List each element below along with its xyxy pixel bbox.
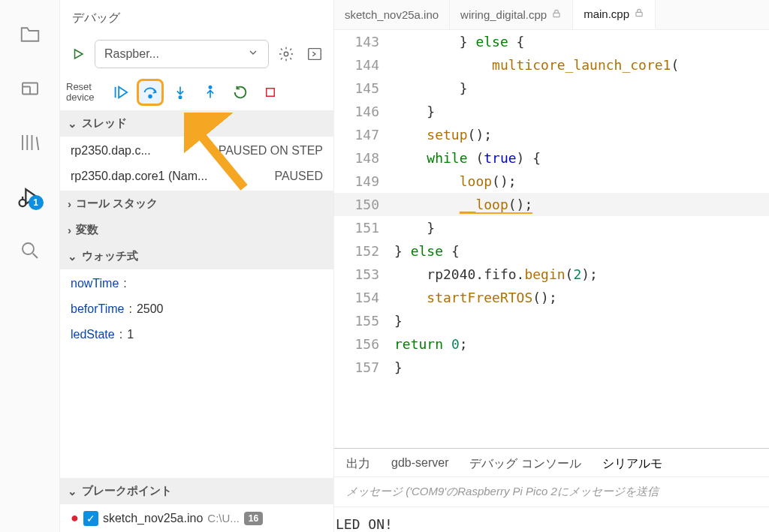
step-into-button[interactable]: [167, 79, 194, 106]
chevron-right-icon: ›: [68, 224, 71, 236]
debug-controls: Reset device: [60, 74, 333, 110]
debug-icon[interactable]: 1: [12, 179, 48, 215]
bottom-panel: 出力 gdb-server デバッグ コンソール シリアルモ メッセージ ('C…: [334, 448, 769, 532]
breakpoint-checkbox[interactable]: ✓: [83, 511, 98, 526]
debug-config-select[interactable]: Raspber...: [95, 40, 269, 68]
tab-serial-monitor[interactable]: シリアルモ: [602, 456, 662, 472]
bottom-panel-tabs: 出力 gdb-server デバッグ コンソール シリアルモ: [334, 449, 769, 476]
editor-tabs: sketch_nov25a.ino wiring_digital.cpp mai…: [334, 0, 769, 30]
debug-badge: 1: [29, 195, 44, 210]
serial-message-input[interactable]: メッセージ ('COM9'のRaspberry Pi Pico 2にメッセージを…: [334, 476, 769, 507]
svg-rect-8: [267, 89, 275, 97]
svg-rect-11: [636, 12, 642, 16]
svg-point-5: [149, 95, 152, 98]
watch-row[interactable]: ledState: 1: [60, 322, 333, 347]
chevron-down-icon: ⌄: [68, 485, 77, 498]
reset-device-label: Reset device: [66, 82, 104, 104]
watch-list: nowTime: beforTime: 2500 ledState: 1: [60, 269, 333, 349]
debug-toolbar: Raspber...: [60, 34, 333, 74]
threads-list: rp2350.dap.c... PAUSED ON STEP rp2350.da…: [60, 137, 333, 191]
svg-point-6: [179, 96, 181, 98]
callstack-section-header[interactable]: › コール スタック: [60, 191, 333, 217]
svg-rect-10: [553, 13, 559, 17]
thread-row[interactable]: rp2350.dap.c... PAUSED ON STEP: [60, 138, 333, 164]
threads-section-header[interactable]: ⌄ スレッド: [60, 110, 333, 137]
svg-point-7: [209, 86, 211, 89]
search-icon[interactable]: [12, 233, 48, 269]
tab-output[interactable]: 出力: [346, 456, 370, 472]
lock-icon: [634, 8, 644, 20]
chevron-down-icon: [247, 47, 259, 62]
continue-button[interactable]: [107, 79, 134, 106]
tab-debug-console[interactable]: デバッグ コンソール: [469, 456, 581, 472]
explorer-icon[interactable]: [12, 17, 48, 53]
step-out-button[interactable]: [197, 79, 224, 106]
watch-row[interactable]: nowTime:: [60, 271, 333, 296]
library-icon[interactable]: [12, 125, 48, 161]
stop-button[interactable]: [257, 79, 284, 106]
debug-console-toggle-icon[interactable]: [303, 43, 326, 65]
board-manager-icon[interactable]: [12, 71, 48, 107]
step-over-button[interactable]: [137, 79, 164, 106]
chevron-down-icon: ⌄: [68, 250, 77, 263]
breakpoint-dot-icon: ●: [71, 510, 79, 526]
serial-output: LED ON!: [334, 507, 769, 532]
tab-wiring-digital[interactable]: wiring_digital.cpp: [450, 0, 573, 29]
tab-main-cpp[interactable]: main.cpp: [573, 0, 656, 29]
watch-section-header[interactable]: ⌄ ウォッチ式: [60, 243, 333, 269]
chevron-down-icon: ⌄: [68, 117, 77, 131]
gear-icon[interactable]: [275, 43, 297, 65]
chevron-right-icon: ›: [68, 197, 71, 210]
variables-section-header[interactable]: › 変数: [60, 217, 333, 243]
start-debug-button[interactable]: [68, 44, 89, 65]
activity-bar: 1: [0, 0, 60, 532]
svg-point-3: [284, 52, 288, 56]
restart-button[interactable]: [227, 79, 254, 106]
tab-sketch[interactable]: sketch_nov25a.ino: [334, 0, 450, 29]
tab-gdb-server[interactable]: gdb-server: [391, 456, 448, 472]
breakpoint-row[interactable]: ● ✓ sketch_nov25a.ino C:\U... 16: [60, 504, 333, 532]
editor-area: sketch_nov25a.ino wiring_digital.cpp mai…: [334, 0, 769, 532]
breakpoints-section-header[interactable]: ⌄ ブレークポイント: [60, 478, 333, 504]
debug-config-label: Raspber...: [104, 47, 159, 61]
thread-row[interactable]: rp2350.dap.core1 (Nam... PAUSED: [60, 164, 333, 189]
breakpoint-line-badge: 16: [244, 512, 263, 525]
code-editor[interactable]: 143 } else { 144 multicore_launch_core1(…: [334, 30, 769, 448]
watch-row[interactable]: beforTime: 2500: [60, 296, 333, 322]
svg-point-2: [23, 243, 34, 254]
lock-icon: [551, 8, 562, 21]
panel-title: デバッグ: [60, 0, 333, 34]
debug-panel: デバッグ Raspber... Reset device: [60, 0, 334, 532]
